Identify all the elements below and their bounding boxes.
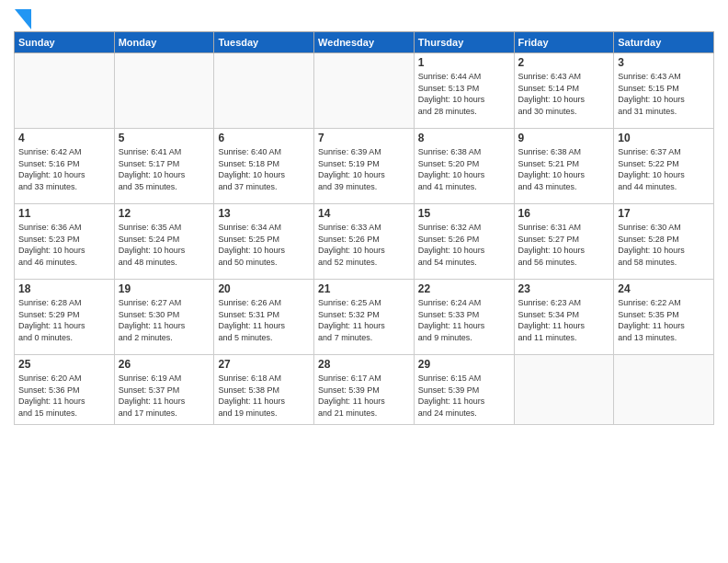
calendar-cell (214, 53, 314, 129)
day-number: 7 (318, 132, 410, 144)
day-number: 19 (119, 282, 210, 295)
calendar-cell (614, 355, 714, 425)
calendar-cell: 25Sunrise: 6:20 AM Sunset: 5:36 PM Dayli… (15, 355, 115, 425)
day-info: Sunrise: 6:26 AM Sunset: 5:31 PM Dayligh… (218, 297, 310, 343)
calendar-cell (514, 355, 614, 425)
day-info: Sunrise: 6:24 AM Sunset: 5:33 PM Dayligh… (418, 297, 510, 343)
day-info: Sunrise: 6:17 AM Sunset: 5:39 PM Dayligh… (318, 373, 410, 419)
calendar-cell: 17Sunrise: 6:30 AM Sunset: 5:28 PM Dayli… (614, 204, 714, 280)
calendar-week-row: 11Sunrise: 6:36 AM Sunset: 5:23 PM Dayli… (15, 204, 714, 280)
calendar-cell: 19Sunrise: 6:27 AM Sunset: 5:30 PM Dayli… (114, 280, 214, 355)
weekday-header: Thursday (414, 32, 514, 53)
day-info: Sunrise: 6:18 AM Sunset: 5:38 PM Dayligh… (218, 373, 310, 419)
header-area (14, 9, 714, 26)
calendar-cell: 26Sunrise: 6:19 AM Sunset: 5:37 PM Dayli… (114, 355, 214, 425)
weekday-header: Monday (114, 32, 214, 53)
page: SundayMondayTuesdayWednesdayThursdayFrid… (0, 0, 728, 563)
calendar-cell: 15Sunrise: 6:32 AM Sunset: 5:26 PM Dayli… (414, 204, 514, 280)
calendar-week-row: 1Sunrise: 6:44 AM Sunset: 5:13 PM Daylig… (15, 53, 714, 129)
day-number: 8 (418, 132, 510, 144)
day-info: Sunrise: 6:34 AM Sunset: 5:25 PM Dayligh… (218, 222, 310, 268)
weekday-header: Saturday (614, 32, 714, 53)
calendar: SundayMondayTuesdayWednesdayThursdayFrid… (14, 31, 714, 425)
calendar-cell: 13Sunrise: 6:34 AM Sunset: 5:25 PM Dayli… (214, 204, 314, 280)
day-number: 5 (119, 132, 210, 144)
calendar-cell: 7Sunrise: 6:39 AM Sunset: 5:19 PM Daylig… (314, 129, 415, 204)
day-info: Sunrise: 6:32 AM Sunset: 5:26 PM Dayligh… (418, 222, 510, 268)
day-info: Sunrise: 6:27 AM Sunset: 5:30 PM Dayligh… (119, 297, 210, 343)
weekday-header: Wednesday (314, 32, 415, 53)
day-number: 22 (418, 282, 510, 295)
calendar-cell: 27Sunrise: 6:18 AM Sunset: 5:38 PM Dayli… (214, 355, 314, 425)
day-number: 28 (318, 358, 410, 371)
day-info: Sunrise: 6:25 AM Sunset: 5:32 PM Dayligh… (318, 297, 410, 343)
day-number: 29 (418, 358, 510, 371)
day-info: Sunrise: 6:39 AM Sunset: 5:19 PM Dayligh… (318, 146, 410, 192)
day-number: 2 (518, 56, 610, 69)
day-info: Sunrise: 6:20 AM Sunset: 5:36 PM Dayligh… (18, 373, 110, 419)
day-info: Sunrise: 6:40 AM Sunset: 5:18 PM Dayligh… (218, 146, 310, 192)
calendar-cell: 5Sunrise: 6:41 AM Sunset: 5:17 PM Daylig… (114, 129, 214, 204)
calendar-week-row: 18Sunrise: 6:28 AM Sunset: 5:29 PM Dayli… (15, 280, 714, 355)
calendar-cell: 24Sunrise: 6:22 AM Sunset: 5:35 PM Dayli… (614, 280, 714, 355)
day-number: 12 (119, 207, 210, 220)
calendar-cell: 2Sunrise: 6:43 AM Sunset: 5:14 PM Daylig… (514, 53, 614, 129)
logo-icon (15, 9, 31, 29)
calendar-week-row: 25Sunrise: 6:20 AM Sunset: 5:36 PM Dayli… (15, 355, 714, 425)
day-info: Sunrise: 6:31 AM Sunset: 5:27 PM Dayligh… (518, 222, 610, 268)
day-number: 4 (18, 132, 110, 144)
day-number: 26 (119, 358, 210, 371)
day-info: Sunrise: 6:43 AM Sunset: 5:14 PM Dayligh… (518, 71, 610, 117)
day-info: Sunrise: 6:19 AM Sunset: 5:37 PM Dayligh… (119, 373, 210, 419)
calendar-cell: 20Sunrise: 6:26 AM Sunset: 5:31 PM Dayli… (214, 280, 314, 355)
day-number: 18 (18, 282, 110, 295)
day-number: 10 (618, 132, 710, 144)
calendar-cell: 1Sunrise: 6:44 AM Sunset: 5:13 PM Daylig… (414, 53, 514, 129)
day-number: 14 (318, 207, 410, 220)
day-number: 11 (18, 207, 110, 220)
calendar-cell (15, 53, 115, 129)
day-info: Sunrise: 6:38 AM Sunset: 5:20 PM Dayligh… (418, 146, 510, 192)
day-number: 23 (518, 282, 610, 295)
day-info: Sunrise: 6:43 AM Sunset: 5:15 PM Dayligh… (618, 71, 710, 117)
calendar-cell: 4Sunrise: 6:42 AM Sunset: 5:16 PM Daylig… (15, 129, 115, 204)
calendar-cell: 11Sunrise: 6:36 AM Sunset: 5:23 PM Dayli… (15, 204, 115, 280)
day-number: 17 (618, 207, 710, 220)
day-number: 9 (518, 132, 610, 144)
calendar-week-row: 4Sunrise: 6:42 AM Sunset: 5:16 PM Daylig… (15, 129, 714, 204)
calendar-cell: 8Sunrise: 6:38 AM Sunset: 5:20 PM Daylig… (414, 129, 514, 204)
day-info: Sunrise: 6:28 AM Sunset: 5:29 PM Dayligh… (18, 297, 110, 343)
day-info: Sunrise: 6:33 AM Sunset: 5:26 PM Dayligh… (318, 222, 410, 268)
day-number: 27 (218, 358, 310, 371)
day-info: Sunrise: 6:36 AM Sunset: 5:23 PM Dayligh… (18, 222, 110, 268)
calendar-cell (314, 53, 415, 129)
logo-text (14, 9, 32, 26)
weekday-header-row: SundayMondayTuesdayWednesdayThursdayFrid… (15, 32, 714, 53)
day-number: 21 (318, 282, 410, 295)
day-number: 20 (218, 282, 310, 295)
calendar-cell: 9Sunrise: 6:38 AM Sunset: 5:21 PM Daylig… (514, 129, 614, 204)
calendar-cell: 18Sunrise: 6:28 AM Sunset: 5:29 PM Dayli… (15, 280, 115, 355)
calendar-cell: 23Sunrise: 6:23 AM Sunset: 5:34 PM Dayli… (514, 280, 614, 355)
day-number: 25 (18, 358, 110, 371)
day-info: Sunrise: 6:22 AM Sunset: 5:35 PM Dayligh… (618, 297, 710, 343)
calendar-cell (114, 53, 214, 129)
calendar-cell: 6Sunrise: 6:40 AM Sunset: 5:18 PM Daylig… (214, 129, 314, 204)
day-info: Sunrise: 6:38 AM Sunset: 5:21 PM Dayligh… (518, 146, 610, 192)
calendar-cell: 14Sunrise: 6:33 AM Sunset: 5:26 PM Dayli… (314, 204, 415, 280)
day-info: Sunrise: 6:44 AM Sunset: 5:13 PM Dayligh… (418, 71, 510, 117)
day-info: Sunrise: 6:35 AM Sunset: 5:24 PM Dayligh… (119, 222, 210, 268)
calendar-cell: 22Sunrise: 6:24 AM Sunset: 5:33 PM Dayli… (414, 280, 514, 355)
day-number: 13 (218, 207, 310, 220)
day-number: 1 (418, 56, 510, 69)
calendar-cell: 29Sunrise: 6:15 AM Sunset: 5:39 PM Dayli… (414, 355, 514, 425)
day-number: 16 (518, 207, 610, 220)
calendar-cell: 10Sunrise: 6:37 AM Sunset: 5:22 PM Dayli… (614, 129, 714, 204)
weekday-header: Friday (514, 32, 614, 53)
day-info: Sunrise: 6:15 AM Sunset: 5:39 PM Dayligh… (418, 373, 510, 419)
day-number: 15 (418, 207, 510, 220)
day-info: Sunrise: 6:23 AM Sunset: 5:34 PM Dayligh… (518, 297, 610, 343)
day-info: Sunrise: 6:37 AM Sunset: 5:22 PM Dayligh… (618, 146, 710, 192)
day-info: Sunrise: 6:41 AM Sunset: 5:17 PM Dayligh… (119, 146, 210, 192)
weekday-header: Tuesday (214, 32, 314, 53)
